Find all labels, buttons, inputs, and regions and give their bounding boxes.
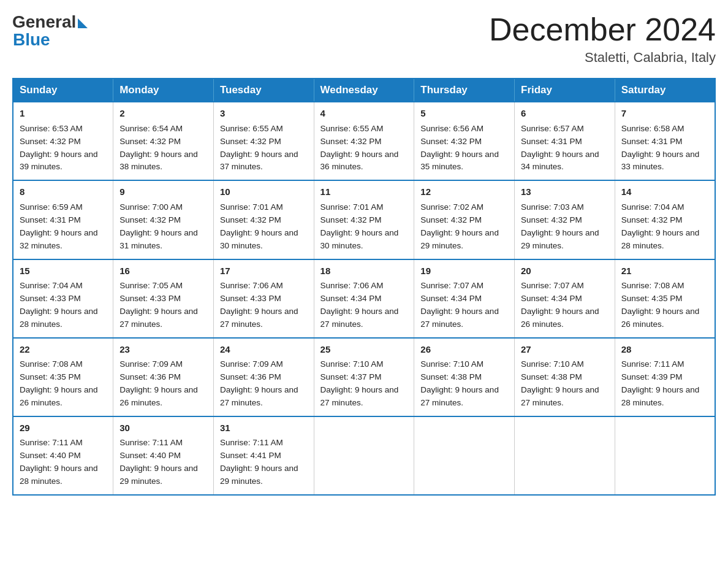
day-number: 4 <box>320 107 408 121</box>
calendar-cell: 10 Sunrise: 7:01 AMSunset: 4:32 PMDaylig… <box>213 180 314 259</box>
day-info: Sunrise: 7:09 AMSunset: 4:36 PMDaylight:… <box>119 359 198 407</box>
day-info: Sunrise: 7:07 AMSunset: 4:34 PMDaylight:… <box>420 281 499 329</box>
day-info: Sunrise: 6:57 AMSunset: 4:31 PMDaylight:… <box>521 124 599 172</box>
calendar-cell: 13 Sunrise: 7:03 AMSunset: 4:32 PMDaylig… <box>515 180 615 259</box>
calendar-cell: 29 Sunrise: 7:11 AMSunset: 4:40 PMDaylig… <box>13 416 113 495</box>
day-info: Sunrise: 7:02 AMSunset: 4:32 PMDaylight:… <box>420 202 499 250</box>
day-number: 14 <box>621 185 708 199</box>
day-number: 2 <box>119 107 207 121</box>
day-info: Sunrise: 7:11 AMSunset: 4:41 PMDaylight:… <box>220 438 298 486</box>
month-title: December 2024 <box>489 12 716 47</box>
calendar-cell: 9 Sunrise: 7:00 AMSunset: 4:32 PMDayligh… <box>113 180 214 259</box>
day-number: 10 <box>220 185 308 199</box>
weekday-header-tuesday: Tuesday <box>213 79 314 102</box>
day-number: 27 <box>521 343 609 357</box>
calendar-week-row: 15 Sunrise: 7:04 AMSunset: 4:33 PMDaylig… <box>13 259 715 338</box>
day-info: Sunrise: 7:11 AMSunset: 4:40 PMDaylight:… <box>119 438 198 486</box>
calendar-cell: 31 Sunrise: 7:11 AMSunset: 4:41 PMDaylig… <box>213 416 314 495</box>
day-number: 25 <box>320 343 408 357</box>
calendar-cell: 7 Sunrise: 6:58 AMSunset: 4:31 PMDayligh… <box>615 102 715 180</box>
weekday-header-wednesday: Wednesday <box>314 79 414 102</box>
calendar-cell <box>314 416 414 495</box>
day-number: 24 <box>220 343 308 357</box>
day-number: 29 <box>20 421 107 435</box>
day-info: Sunrise: 7:10 AMSunset: 4:38 PMDaylight:… <box>420 359 499 407</box>
weekday-header-friday: Friday <box>515 79 615 102</box>
logo: General Blue <box>12 12 88 50</box>
day-number: 15 <box>20 264 107 278</box>
day-info: Sunrise: 6:59 AMSunset: 4:31 PMDaylight:… <box>20 202 98 250</box>
day-info: Sunrise: 6:55 AMSunset: 4:32 PMDaylight:… <box>220 124 298 172</box>
calendar-cell: 2 Sunrise: 6:54 AMSunset: 4:32 PMDayligh… <box>113 102 214 180</box>
calendar-cell: 20 Sunrise: 7:07 AMSunset: 4:34 PMDaylig… <box>515 259 615 338</box>
calendar-cell: 8 Sunrise: 6:59 AMSunset: 4:31 PMDayligh… <box>13 180 113 259</box>
calendar-cell: 15 Sunrise: 7:04 AMSunset: 4:33 PMDaylig… <box>13 259 113 338</box>
weekday-header-sunday: Sunday <box>13 79 113 102</box>
logo-general-text: General <box>12 12 76 32</box>
title-section: December 2024 Staletti, Calabria, Italy <box>489 12 716 66</box>
day-info: Sunrise: 7:08 AMSunset: 4:35 PMDaylight:… <box>20 359 98 407</box>
calendar-cell: 19 Sunrise: 7:07 AMSunset: 4:34 PMDaylig… <box>414 259 515 338</box>
day-number: 18 <box>320 264 408 278</box>
day-info: Sunrise: 7:00 AMSunset: 4:32 PMDaylight:… <box>119 202 198 250</box>
day-number: 7 <box>621 107 708 121</box>
day-info: Sunrise: 7:04 AMSunset: 4:32 PMDaylight:… <box>621 202 700 250</box>
calendar-cell: 23 Sunrise: 7:09 AMSunset: 4:36 PMDaylig… <box>113 338 214 416</box>
day-info: Sunrise: 7:01 AMSunset: 4:32 PMDaylight:… <box>220 202 298 250</box>
calendar-cell <box>615 416 715 495</box>
calendar-cell: 11 Sunrise: 7:01 AMSunset: 4:32 PMDaylig… <box>314 180 414 259</box>
day-number: 30 <box>119 421 207 435</box>
day-info: Sunrise: 6:54 AMSunset: 4:32 PMDaylight:… <box>119 124 198 172</box>
day-number: 13 <box>521 185 609 199</box>
day-info: Sunrise: 7:11 AMSunset: 4:40 PMDaylight:… <box>20 438 98 486</box>
day-info: Sunrise: 6:58 AMSunset: 4:31 PMDaylight:… <box>621 124 700 172</box>
calendar-cell: 21 Sunrise: 7:08 AMSunset: 4:35 PMDaylig… <box>615 259 715 338</box>
day-info: Sunrise: 7:05 AMSunset: 4:33 PMDaylight:… <box>119 281 198 329</box>
day-number: 17 <box>220 264 308 278</box>
day-number: 3 <box>220 107 308 121</box>
day-number: 28 <box>621 343 708 357</box>
calendar-cell: 26 Sunrise: 7:10 AMSunset: 4:38 PMDaylig… <box>414 338 515 416</box>
day-info: Sunrise: 7:01 AMSunset: 4:32 PMDaylight:… <box>320 202 399 250</box>
day-number: 12 <box>420 185 508 199</box>
weekday-header-monday: Monday <box>113 79 214 102</box>
calendar-cell: 18 Sunrise: 7:06 AMSunset: 4:34 PMDaylig… <box>314 259 414 338</box>
day-info: Sunrise: 7:08 AMSunset: 4:35 PMDaylight:… <box>621 281 700 329</box>
calendar-week-row: 22 Sunrise: 7:08 AMSunset: 4:35 PMDaylig… <box>13 338 715 416</box>
day-info: Sunrise: 7:06 AMSunset: 4:34 PMDaylight:… <box>320 281 399 329</box>
calendar-cell: 14 Sunrise: 7:04 AMSunset: 4:32 PMDaylig… <box>615 180 715 259</box>
calendar-cell: 28 Sunrise: 7:11 AMSunset: 4:39 PMDaylig… <box>615 338 715 416</box>
page-header: General Blue December 2024 Staletti, Cal… <box>12 12 716 66</box>
calendar-cell: 25 Sunrise: 7:10 AMSunset: 4:37 PMDaylig… <box>314 338 414 416</box>
day-number: 23 <box>119 343 207 357</box>
weekday-header-saturday: Saturday <box>615 79 715 102</box>
calendar-cell: 12 Sunrise: 7:02 AMSunset: 4:32 PMDaylig… <box>414 180 515 259</box>
day-number: 1 <box>20 107 107 121</box>
day-info: Sunrise: 7:06 AMSunset: 4:33 PMDaylight:… <box>220 281 298 329</box>
day-number: 11 <box>320 185 408 199</box>
day-number: 16 <box>119 264 207 278</box>
calendar-cell: 1 Sunrise: 6:53 AMSunset: 4:32 PMDayligh… <box>13 102 113 180</box>
calendar-cell: 6 Sunrise: 6:57 AMSunset: 4:31 PMDayligh… <box>515 102 615 180</box>
calendar-cell: 22 Sunrise: 7:08 AMSunset: 4:35 PMDaylig… <box>13 338 113 416</box>
calendar-cell: 4 Sunrise: 6:55 AMSunset: 4:32 PMDayligh… <box>314 102 414 180</box>
calendar-cell: 3 Sunrise: 6:55 AMSunset: 4:32 PMDayligh… <box>213 102 314 180</box>
day-number: 31 <box>220 421 308 435</box>
day-info: Sunrise: 7:07 AMSunset: 4:34 PMDaylight:… <box>521 281 599 329</box>
calendar-table: SundayMondayTuesdayWednesdayThursdayFrid… <box>12 78 716 496</box>
calendar-cell: 30 Sunrise: 7:11 AMSunset: 4:40 PMDaylig… <box>113 416 214 495</box>
calendar-week-row: 8 Sunrise: 6:59 AMSunset: 4:31 PMDayligh… <box>13 180 715 259</box>
day-number: 19 <box>420 264 508 278</box>
day-info: Sunrise: 7:10 AMSunset: 4:37 PMDaylight:… <box>320 359 399 407</box>
day-info: Sunrise: 7:10 AMSunset: 4:38 PMDaylight:… <box>521 359 599 407</box>
day-info: Sunrise: 7:09 AMSunset: 4:36 PMDaylight:… <box>220 359 298 407</box>
day-number: 21 <box>621 264 708 278</box>
day-info: Sunrise: 7:11 AMSunset: 4:39 PMDaylight:… <box>621 359 700 407</box>
day-number: 22 <box>20 343 107 357</box>
location-text: Staletti, Calabria, Italy <box>489 50 716 66</box>
day-number: 8 <box>20 185 107 199</box>
calendar-cell: 24 Sunrise: 7:09 AMSunset: 4:36 PMDaylig… <box>213 338 314 416</box>
day-info: Sunrise: 6:53 AMSunset: 4:32 PMDaylight:… <box>20 124 98 172</box>
calendar-week-row: 29 Sunrise: 7:11 AMSunset: 4:40 PMDaylig… <box>13 416 715 495</box>
day-number: 20 <box>521 264 609 278</box>
